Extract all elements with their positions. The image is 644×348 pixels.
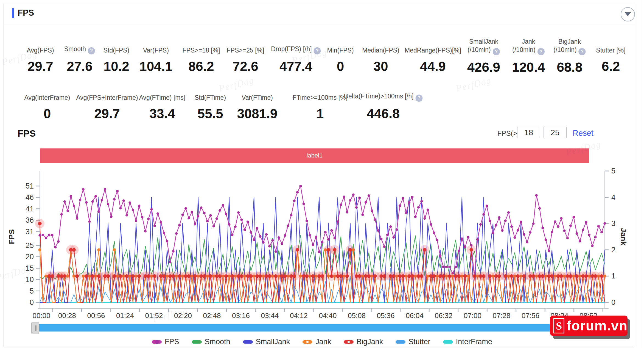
stat-label-text: (/10min)? xyxy=(553,46,586,55)
stat-value: 30 xyxy=(362,59,399,74)
legend-item-smooth[interactable]: Smooth xyxy=(192,338,230,346)
stat-label: MedRange(FPS)[%] xyxy=(405,37,461,54)
legend-label: InterFrame xyxy=(456,338,492,346)
stat--10min-: BigJank(/10min)?68.8 xyxy=(553,37,586,75)
legend-marker-stutter xyxy=(396,340,405,344)
legend-label: FPS xyxy=(165,338,179,346)
stat-label-text: Avg(FTime) [ms] xyxy=(139,93,186,102)
stat-label-text: Stutter [%] xyxy=(596,46,625,54)
stat-value: 27.6 xyxy=(64,59,95,74)
stat-value: 33.4 xyxy=(139,106,186,121)
stat-delta-ftime-100ms-h-: Delta(FTime)>100ms [/h]?446.8 xyxy=(344,85,422,121)
fps-threshold-input-1[interactable] xyxy=(517,127,540,138)
legend-item-interframe[interactable]: InterFrame xyxy=(443,338,492,346)
header-divider xyxy=(4,26,634,26)
help-icon[interactable]: ? xyxy=(88,47,95,54)
stat-label: Std(FPS) xyxy=(103,37,130,54)
stat--10min-: SmallJank(/10min)?426.9 xyxy=(467,37,500,75)
stat-label-text: (/10min)? xyxy=(512,46,544,55)
reset-button[interactable]: Reset xyxy=(573,129,593,138)
stat-label-text: Std(FTime) xyxy=(195,93,226,102)
legend-item-stutter[interactable]: Stutter xyxy=(396,338,430,346)
stat-value: 55.5 xyxy=(195,106,226,121)
stat-label-text: FPS>=25 [%] xyxy=(227,46,264,54)
help-icon[interactable]: ? xyxy=(537,48,545,55)
stat-value: 72.6 xyxy=(227,59,264,74)
stat-label: Min(FPS) xyxy=(327,37,354,54)
sforum-monogram: S xyxy=(553,318,564,333)
legend-label: Stutter xyxy=(408,338,430,346)
stat-label-text: Delta(FTime)>100ms [/h]? xyxy=(344,92,422,102)
perfdog-fps-panel: { "header": { "title": "FPS" }, "stats_r… xyxy=(0,0,644,348)
stat-ftime-100ms-: FTime>=100ms [%]1 xyxy=(293,85,348,121)
stat-label-text: Std(FPS) xyxy=(103,46,130,54)
legend-label: BigJank xyxy=(357,338,383,346)
stat-value: 29.7 xyxy=(27,59,54,74)
legend-marker-interframe xyxy=(443,340,453,344)
legend-item-fps[interactable]: FPS xyxy=(152,338,179,346)
stat-label: FPS>=18 [%] xyxy=(183,37,220,54)
fps-threshold-input-2[interactable] xyxy=(544,127,567,138)
legend-item-bigjank[interactable]: BigJank xyxy=(344,338,383,346)
stat-min-fps-: Min(FPS)0 xyxy=(327,37,354,74)
help-icon[interactable]: ? xyxy=(579,48,586,55)
legend-label: Smooth xyxy=(205,338,230,346)
stat-label-text: Avg(FPS+InterFrame) xyxy=(76,93,138,102)
stat-avg-fps-interframe-: Avg(FPS+InterFrame)29.7 xyxy=(76,85,138,121)
stat-var-ftime-: Var(FTime)3081.9 xyxy=(237,85,278,121)
label1-band: label1 xyxy=(40,148,589,163)
stat-value: 104.1 xyxy=(139,59,172,74)
stat-stutter-: Stutter [%]6.2 xyxy=(596,37,625,74)
stat-avg-interframe-: Avg(InterFrame)0 xyxy=(24,85,70,121)
stat-value: 0 xyxy=(327,59,354,74)
stat-value: 1 xyxy=(293,106,348,121)
legend-item-jank[interactable]: Jank xyxy=(303,338,331,346)
help-icon[interactable]: ? xyxy=(416,95,423,102)
stat-label-text: Avg(InterFrame) xyxy=(24,93,70,102)
stat-label: FPS>=25 [%] xyxy=(227,37,264,54)
legend-marker-fps xyxy=(152,340,162,344)
page-gutter-divider xyxy=(642,0,642,348)
stat-label: FTime>=100ms [%] xyxy=(293,85,348,102)
stat-label: BigJank(/10min)? xyxy=(553,37,586,55)
stat-fps-18-: FPS>=18 [%]86.2 xyxy=(183,37,220,74)
stat-label-text: Median(FPS) xyxy=(362,46,399,54)
stat-median-fps-: Median(FPS)30 xyxy=(362,37,399,74)
legend-item-smalljank[interactable]: SmallJank xyxy=(243,338,290,346)
legend-marker-dot xyxy=(346,340,351,344)
stat-value: 44.9 xyxy=(405,59,461,74)
stat-label-text: FPS>=18 [%] xyxy=(183,46,220,54)
stat-value: 10.2 xyxy=(103,59,130,74)
stat-label-top: SmallJank xyxy=(469,37,498,46)
collapse-button[interactable] xyxy=(621,7,635,21)
stat-std-fps-: Std(FPS)10.2 xyxy=(103,37,130,74)
help-icon[interactable]: ? xyxy=(493,48,500,55)
stat-label: Stutter [%] xyxy=(596,37,625,54)
stat-fps-25-: FPS>=25 [%]72.6 xyxy=(227,37,264,74)
stat-label-text: Var(FTime) xyxy=(242,93,273,102)
header-accent-bar xyxy=(12,8,14,18)
stat-value: 426.9 xyxy=(467,60,500,75)
stat-value: 3081.9 xyxy=(237,106,278,121)
stat-label: Avg(FPS+InterFrame) xyxy=(76,85,138,102)
stat-value: 6.2 xyxy=(596,59,625,74)
sforum-logo-text: forum.vn xyxy=(567,318,628,334)
chart-legend: FPSSmoothSmallJankJankBigJankStutterInte… xyxy=(0,338,644,346)
datazoom-left-handle[interactable] xyxy=(31,322,39,334)
stat-label-text: (/10min)? xyxy=(467,46,500,55)
stat-label: Jank(/10min)? xyxy=(512,37,545,55)
stat-label-text: FTime>=100ms [%] xyxy=(293,93,348,102)
stat-value: 0 xyxy=(24,106,70,121)
stat-value: 29.7 xyxy=(76,106,138,121)
legend-marker-smooth xyxy=(192,340,202,344)
stat-label: Avg(InterFrame) xyxy=(24,85,70,102)
stat-label: Avg(FTime) [ms] xyxy=(139,85,186,102)
legend-marker-dot xyxy=(155,340,159,344)
legend-label: Jank xyxy=(315,338,331,346)
card-title: FPS xyxy=(18,8,34,18)
legend-marker-bigjank xyxy=(344,340,354,344)
datazoom-scrollbar[interactable] xyxy=(39,324,606,332)
chevron-down-icon xyxy=(625,12,631,16)
stat-label: Median(FPS) xyxy=(362,37,399,54)
stat-label-top: Jank xyxy=(522,37,535,46)
